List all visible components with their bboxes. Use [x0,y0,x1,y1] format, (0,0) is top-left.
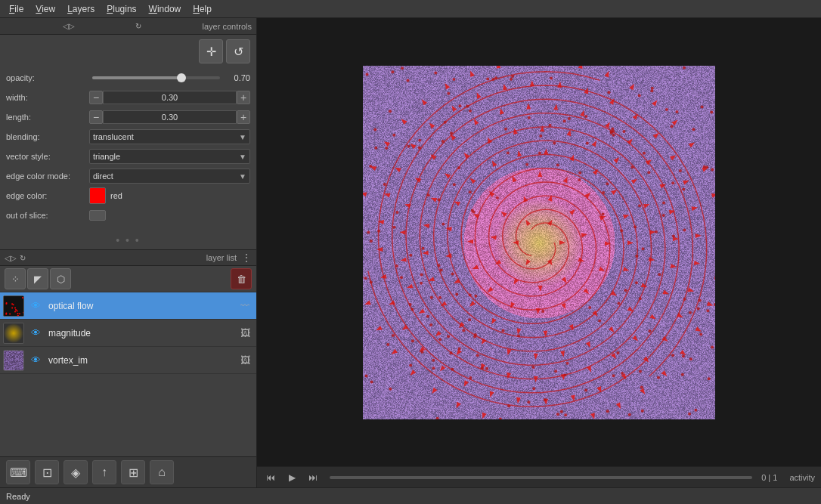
out-of-slice-toggle[interactable] [89,210,106,221]
activity-label: activity [789,473,815,482]
layer-name-optical-flow: optical flow [45,301,237,311]
edge-color-swatch[interactable] [89,187,106,204]
bottom-toolbar: ⌨ ⊡ ◈ ↑ ⊞ ⌂ [0,456,256,487]
edge-color-label: edge color: [6,191,89,200]
vector-style-control: triangle ▼ [89,149,250,164]
layer-thumb-magnitude [3,323,24,344]
controls-area: ✛ ↺ opacity: 0.70 width: [0,35,256,231]
status-bar: ⏮ ▶ ⏭ 0 | 1 activity [257,466,821,487]
layer-list: 👁 optical flow 〰 👁 magnitude 🖼 👁 vortex_… [0,292,256,456]
layer-row-vortex-im[interactable]: 👁 vortex_im 🖼 [0,347,256,374]
blending-row: blending: translucent ▼ [6,128,250,145]
layer-list-header: ◁▷ ↻ layer list ⋮ [0,249,256,266]
frame-end-btn[interactable]: ⏭ [305,470,321,485]
length-control: − + [89,110,250,124]
add-shapes-layer-btn[interactable]: ◤ [27,268,48,289]
blending-dropdown-arrow: ▼ [239,133,246,141]
blending-control: translucent ▼ [89,129,250,144]
grid-button[interactable]: ↑ [92,460,116,484]
layer-list-icon2: ↻ [20,254,26,262]
ndisplay-button[interactable]: ⊡ [35,460,59,484]
console-button[interactable]: ⌨ [6,460,30,484]
menu-layers[interactable]: Layers [61,2,101,16]
length-row: length: − + [6,109,250,125]
edge-color-name: red [110,191,122,200]
width-input[interactable] [103,91,237,104]
width-input-row: − + [89,91,250,104]
opacity-control: 0.70 [89,73,250,82]
length-input[interactable] [103,110,237,124]
width-increment[interactable]: + [237,91,250,104]
playback-slider[interactable] [330,476,752,479]
length-increment[interactable]: + [237,110,250,124]
blending-label: blending: [6,132,89,141]
activity-button[interactable]: activity [789,473,815,482]
layer-row-magnitude[interactable]: 👁 magnitude 🖼 [0,320,256,347]
play-btn[interactable]: ▶ [284,470,299,485]
edge-color-mode-dropdown[interactable]: direct ▼ [89,169,250,184]
menu-file[interactable]: File [3,2,29,16]
out-of-slice-row: out of slice: [6,207,250,224]
opacity-slider-container[interactable] [89,76,223,79]
transform-buttons: ✛ ↺ [6,39,250,63]
home-button[interactable]: ⌂ [150,460,174,484]
menubar: File View Layers Plugins Window Help [0,0,821,18]
layer-type-icon-optical-flow: 〰 [237,298,253,314]
3d-button[interactable]: ◈ [64,460,88,484]
opacity-row: opacity: 0.70 [6,70,250,86]
layer-list-menu-btn[interactable]: ⋮ [241,252,252,264]
vector-style-arrow: ▼ [239,153,246,161]
layer-list-icon: ◁▷ [5,254,17,262]
move-button[interactable]: ✛ [199,39,223,63]
vector-style-row: vector style: triangle ▼ [6,148,250,165]
add-points-layer-btn[interactable]: ⁘ [5,268,26,289]
edge-color-row: edge color: red [6,187,250,204]
layer-eye-magnitude[interactable]: 👁 [27,325,44,342]
opacity-label: opacity: [6,73,89,82]
width-decrement[interactable]: − [89,91,103,104]
vector-style-dropdown[interactable]: triangle ▼ [89,149,250,164]
layer-controls-label: layer controls [203,22,252,31]
delete-layer-btn[interactable]: 🗑 [231,268,252,289]
menu-help[interactable]: Help [187,2,218,16]
color-swatch-container: red [89,187,122,204]
grid-view-button[interactable]: ⊞ [121,460,145,484]
layer-toolbar: ⁘ ◤ ⬡ 🗑 [0,266,256,292]
out-of-slice-label: out of slice: [6,211,89,220]
layer-eye-vortex-im[interactable]: 👁 [27,352,44,369]
frame-info: 0 | 1 [761,473,777,482]
length-input-row: − + [89,110,250,124]
total-frames: 1 [773,473,777,482]
menu-view[interactable]: View [29,2,61,16]
edge-color-mode-row: edge color mode: direct ▼ [6,168,250,184]
vector-style-value: triangle [93,152,120,161]
opacity-value: 0.70 [223,73,250,82]
edge-color-mode-label: edge color mode: [6,172,89,181]
layer-thumb-vortex-im [3,350,24,371]
canvas-area: ⏮ ▶ ⏭ 0 | 1 activity [257,18,821,487]
layer-controls-icon2: ↻ [135,22,141,30]
frame-start-btn[interactable]: ⏮ [263,470,278,485]
out-of-slice-control [89,210,250,221]
opacity-thumb[interactable] [177,73,186,82]
layer-controls-header: ◁▷ ↻ layer controls [0,18,256,35]
layer-row-optical-flow[interactable]: 👁 optical flow 〰 [0,292,256,320]
width-row: width: − + [6,89,250,106]
frame-num: 0 [761,473,766,482]
visualization-canvas [363,66,715,419]
rotate-button[interactable]: ↺ [226,39,250,63]
layer-type-icon-vortex-im: 🖼 [237,352,253,369]
vector-style-label: vector style: [6,152,89,161]
opacity-fill [92,76,181,79]
blending-dropdown[interactable]: translucent ▼ [89,129,250,144]
add-labels-layer-btn[interactable]: ⬡ [50,268,71,289]
edge-color-mode-control: direct ▼ [89,169,250,184]
canvas-main[interactable] [257,18,821,466]
left-panel: ◁▷ ↻ layer controls ✛ ↺ opacity: [0,18,257,487]
edge-color-mode-arrow: ▼ [239,172,246,181]
menu-window[interactable]: Window [143,2,187,16]
layer-eye-optical-flow[interactable]: 👁 [27,298,44,314]
length-decrement[interactable]: − [89,110,103,124]
menu-plugins[interactable]: Plugins [101,2,142,16]
divider-dots[interactable]: • • • [0,231,256,249]
